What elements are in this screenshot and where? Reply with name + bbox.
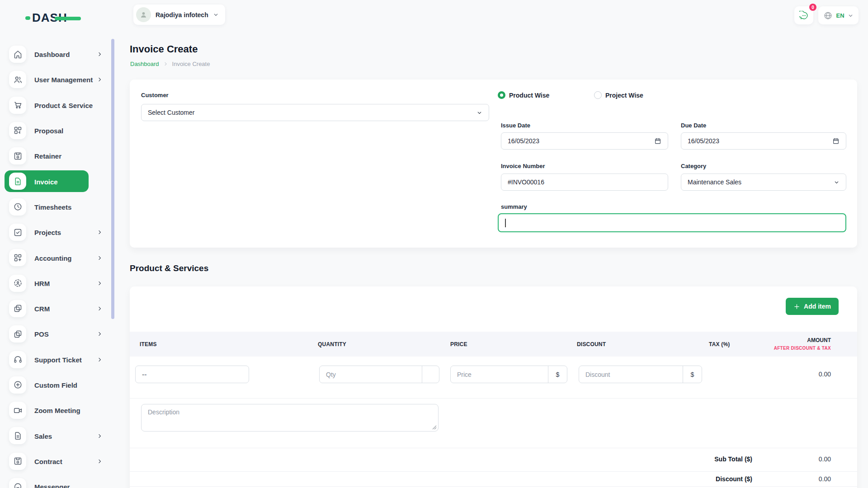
users-icon	[13, 75, 23, 84]
col-quantity: QUANTITY	[318, 341, 346, 347]
items-section-heading: Product & Services	[130, 263, 208, 273]
col-amount: AMOUNT AFTER DISCOUNT & TAX	[774, 336, 831, 351]
sidebar-item-sales[interactable]: Sales	[0, 423, 113, 448]
invoice-file-icon	[13, 177, 23, 186]
issue-date-input[interactable]: 16/05/2023	[501, 132, 668, 150]
chevron-right-icon	[97, 52, 103, 57]
avatar	[136, 7, 151, 22]
chevron-down-icon	[834, 179, 840, 185]
subtotal-label: Sub Total ($)	[714, 455, 752, 463]
overlap-squares-icon	[13, 304, 23, 313]
col-amount-note: AFTER DISCOUNT & TAX	[774, 346, 831, 351]
quantity-group	[319, 366, 439, 383]
sidebar-item-custom-field[interactable]: Custom Field	[0, 372, 113, 398]
chevron-right-icon	[97, 306, 103, 312]
sidebar-item-hrm[interactable]: HRM	[0, 271, 113, 296]
quantity-stepper[interactable]	[422, 366, 439, 383]
sidebar-item-proposal[interactable]: Proposal	[0, 118, 113, 143]
due-date-input[interactable]: 16/05/2023	[681, 132, 846, 150]
plus-icon	[793, 303, 800, 310]
price-input[interactable]	[451, 366, 548, 383]
divider	[130, 486, 857, 487]
breadcrumb-dashboard-link[interactable]: Dashboard	[130, 61, 159, 67]
sidebar-item-invoice[interactable]: Invoice	[0, 169, 113, 194]
row-amount: 0.00	[819, 371, 831, 378]
grid-plus-icon	[13, 253, 23, 263]
check-square-icon	[13, 228, 23, 237]
sidebar-item-projects[interactable]: Projects	[0, 220, 113, 245]
document-icon	[13, 431, 23, 441]
chevron-down-icon	[213, 12, 219, 18]
video-icon	[13, 406, 23, 415]
customer-label: Customer	[141, 92, 169, 99]
sidebar-item-dashboard[interactable]: Dashboard	[0, 42, 113, 67]
invoice-details-card: Customer Select Customer Product Wise Pr…	[130, 80, 857, 248]
sidebar-item-retainer[interactable]: Retainer	[0, 143, 113, 169]
sidebar-item-user-management[interactable]: User Management	[0, 67, 113, 92]
workspace-selector[interactable]: Rajodiya infotech	[133, 5, 225, 25]
summary-textarea[interactable]	[498, 213, 846, 232]
globe-icon	[823, 11, 833, 20]
discount-group: $	[579, 366, 702, 383]
chevron-down-icon	[848, 13, 854, 19]
sidebar-item-contract[interactable]: Contract	[0, 449, 113, 474]
chevron-right-icon	[97, 458, 103, 464]
app-logo: DASH	[25, 10, 88, 27]
sidebar-scrollbar[interactable]	[111, 39, 114, 319]
col-items: ITEMS	[140, 341, 157, 347]
quantity-input[interactable]	[320, 366, 422, 383]
col-tax: TAX (%)	[709, 341, 730, 347]
items-table-header: ITEMS QUANTITY PRICE DISCOUNT TAX (%) AM…	[130, 332, 857, 357]
save-icon	[13, 151, 23, 161]
cart-icon	[13, 100, 23, 110]
calendar-icon	[654, 137, 661, 145]
chevron-right-icon	[163, 61, 168, 66]
item-row: -- $ $ 0.00	[130, 357, 857, 399]
clock-icon	[13, 202, 23, 211]
sidebar-item-support-ticket[interactable]: Support Ticket	[0, 347, 113, 372]
sidebar-item-crm[interactable]: CRM	[0, 296, 113, 321]
items-card: Add item ITEMS QUANTITY PRICE DISCOUNT T…	[130, 286, 857, 488]
discount-total-value: 0.00	[819, 475, 831, 483]
sidebar-item-accounting[interactable]: Accounting	[0, 245, 113, 270]
calendar-icon	[832, 137, 840, 145]
customer-select[interactable]: Select Customer	[141, 104, 489, 121]
discount-total-label: Discount ($)	[716, 475, 752, 483]
chevron-right-icon	[97, 230, 103, 235]
page-title: Invoice Create	[130, 43, 198, 55]
category-select[interactable]: Maintenance Sales	[681, 174, 846, 191]
chevron-right-icon	[97, 433, 103, 439]
invoice-number-label: Invoice Number	[501, 163, 545, 169]
sidebar-nav: Dashboard User Management Product & Serv…	[0, 33, 113, 488]
item-select[interactable]: --	[135, 366, 249, 383]
discount-input[interactable]	[579, 366, 683, 383]
chevron-right-icon	[97, 357, 103, 362]
description-textarea-wrap	[141, 404, 439, 432]
description-textarea[interactable]	[142, 404, 438, 431]
chat-smile-icon	[13, 482, 23, 488]
home-icon	[13, 50, 23, 59]
sidebar-item-zoom-meeting[interactable]: Zoom Meeting	[0, 398, 113, 423]
save-icon	[13, 456, 23, 466]
chevron-right-icon	[97, 280, 103, 286]
summary-label: summary	[501, 203, 527, 210]
subtotal-value: 0.00	[819, 455, 831, 463]
radio-selected-icon	[498, 91, 505, 99]
sidebar-item-timesheets[interactable]: Timesheets	[0, 194, 113, 220]
messages-button[interactable]: 0	[794, 6, 813, 24]
breadcrumb: Dashboard Invoice Create	[130, 61, 210, 67]
sidebar-item-messenger[interactable]: Messenger	[0, 474, 113, 488]
invoice-number-input[interactable]	[501, 174, 668, 191]
price-currency-suffix: $	[548, 366, 567, 383]
radio-product-wise[interactable]: Product Wise	[498, 91, 549, 99]
chevron-down-icon	[476, 110, 482, 116]
sidebar-item-product-service[interactable]: Product & Service	[0, 93, 113, 118]
language-label: EN	[836, 12, 844, 19]
sidebar-item-pos[interactable]: POS	[0, 321, 113, 347]
chevron-right-icon	[97, 331, 103, 337]
language-selector[interactable]: EN	[818, 6, 859, 24]
radio-project-wise[interactable]: Project Wise	[594, 91, 643, 99]
col-discount: DISCOUNT	[577, 341, 606, 347]
add-item-button[interactable]: Add item	[786, 298, 839, 315]
resize-handle-icon[interactable]	[432, 425, 437, 430]
